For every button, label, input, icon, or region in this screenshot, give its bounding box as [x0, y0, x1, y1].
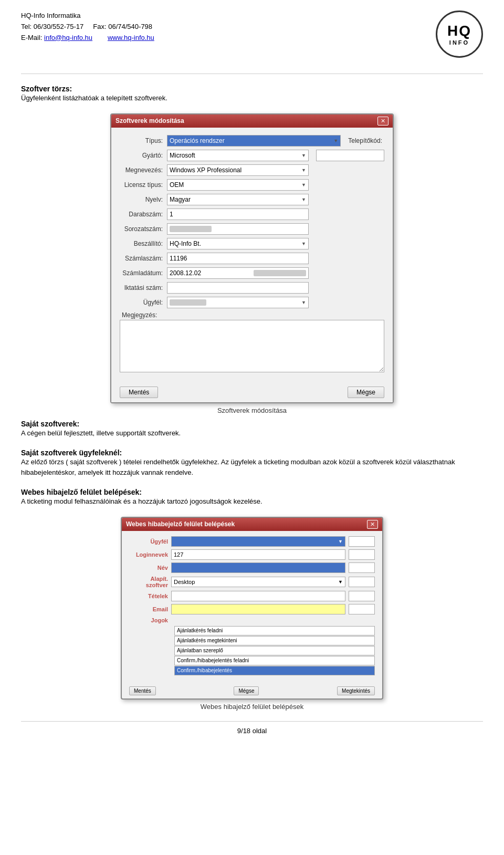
page-header: HQ-Info Informatika Tel: 06/30/552-75-17… [21, 11, 483, 58]
d2-loginnevek-right[interactable] [349, 549, 375, 560]
d2-nev-field[interactable] [171, 562, 345, 573]
d2-ugyfel-row: Ügyfél ▼ [129, 536, 375, 547]
megjegyzes-textarea[interactable] [120, 320, 384, 372]
ugyfel-dropdown-arrow: ▼ [301, 300, 306, 305]
sorozatszam-row: Sorozatszám: [120, 223, 384, 235]
darabszam-label: Darabszám: [120, 211, 167, 218]
dialog1-caption: Szoftverek módosítása [217, 406, 287, 414]
d2-tetelek-row: Tételek [129, 591, 375, 601]
email-website: E-Mail: info@hq-info.hu www.hq-info.hu [21, 33, 154, 44]
d2-email-right[interactable] [349, 604, 375, 614]
d2-nev-right[interactable] [349, 562, 375, 573]
szamladatum-label: Számladátum: [120, 269, 167, 277]
sorozatszam-field[interactable] [167, 223, 309, 235]
darabszam-field[interactable]: 1 [167, 208, 309, 220]
section2-text: A cégen belül fejlesztett, illetve suppo… [21, 428, 483, 439]
d2-tetelek-field[interactable] [171, 591, 345, 601]
nyelv-dropdown-arrow: ▼ [301, 197, 306, 202]
nyelv-field[interactable]: Magyar ▼ [167, 194, 309, 205]
szamlaszam-row: Számlaszám: 11196 [120, 253, 384, 264]
sorozatszam-blurred [170, 226, 212, 232]
dialog1-body: Típus: Operációs rendszer ▼ Telepítőkód:… [111, 128, 393, 382]
ugyfel-label: Ügyfél: [120, 299, 167, 306]
megnevezes-field[interactable]: Windows XP Professional ▼ [167, 164, 309, 176]
section3-title: Saját szoftverek ügyfeleknél: [21, 449, 122, 457]
d2-alapszoftver-label: Alapít. szoftver [129, 576, 171, 588]
iktatasi-row: Iktatási szám: [120, 282, 384, 294]
d2-nev-label: Név [129, 565, 171, 571]
d2-ugyfel-right[interactable] [349, 536, 375, 547]
telepitokod-field[interactable] [316, 150, 384, 161]
iktatasi-field[interactable] [167, 282, 309, 294]
section-webes-hibajelezo: Webes hibajelző felület belépések: A tic… [21, 488, 483, 507]
d2-ugyfel-field[interactable]: ▼ [171, 536, 345, 547]
d2-alapszoftver-row: Alapít. szoftver Desktop ▼ [129, 576, 375, 588]
dialog2-close-button[interactable]: ✕ [367, 520, 378, 529]
d2-loginnevek-label: Loginnevek [129, 551, 171, 558]
dialog2-body: Ügyfél ▼ Loginnevek 127 Név [122, 531, 382, 683]
dialog2-container: Webes hibabejelző felület belépések ✕ Üg… [21, 517, 483, 711]
dialog2-mentés-button[interactable]: Mentés [129, 686, 156, 695]
section-szoftver-torzs: Szoftver törzs: Ügyfelenként listázhatóa… [21, 85, 483, 104]
d2-list-item-5[interactable]: Confirm./hibabejelentés [174, 666, 375, 675]
szamladatum-field[interactable]: 2008.12.02 [167, 267, 309, 279]
dialog2-caption: Webes hibajelző felület belépések [201, 703, 303, 711]
section1-subtitle: Ügyfelenként listázhatóak a telepített s… [21, 93, 483, 104]
licensz-dropdown-arrow: ▼ [301, 182, 306, 187]
gyarto-field[interactable]: Microsoft ▼ [167, 150, 309, 161]
beszallito-field[interactable]: HQ-Info Bt. ▼ [167, 238, 309, 249]
beszallito-label: Beszállító: [120, 240, 167, 247]
company-name: HQ-Info Informatika [21, 11, 154, 22]
megnevezes-row: Megnevezés: Windows XP Professional ▼ [120, 164, 384, 176]
d2-loginnevek-row: Loginnevek 127 [129, 549, 375, 560]
d2-alapszoftver-field[interactable]: Desktop ▼ [171, 577, 345, 587]
dialog1-container: Szoftverek módosítása ✕ Típus: Operációs… [21, 113, 483, 414]
dialog1-close-button[interactable]: ✕ [377, 117, 388, 126]
d2-ugyfel-value [174, 538, 175, 545]
d2-nev-row: Név [129, 562, 375, 573]
d2-list-item-4[interactable]: Confirm./hibabejelentés feladni [174, 656, 375, 665]
beszallito-row: Beszállító: HQ-Info Bt. ▼ [120, 238, 384, 249]
website-link[interactable]: www.hq-info.hu [108, 34, 154, 41]
d2-list-area: Ajánlatkérés feladni Ajánlatkérés megtek… [174, 626, 375, 675]
szoftverek-modositasa-dialog: Szoftverek módosítása ✕ Típus: Operációs… [110, 113, 394, 403]
gyarto-row: Gyártó: Microsoft ▼ [120, 150, 384, 161]
licensz-field[interactable]: OEM ▼ [167, 179, 309, 191]
beszallito-dropdown-arrow: ▼ [301, 241, 306, 246]
dialog1-save-button[interactable]: Mentés [120, 387, 158, 398]
gyarto-label: Gyártó: [120, 152, 167, 159]
d2-tetelek-right[interactable] [349, 591, 375, 601]
section2-title: Saját szoftverek: [21, 420, 79, 428]
dialog2-footer: Mentés Mégse Megtekintés [122, 683, 382, 698]
d2-alapszoftver-right[interactable] [349, 577, 375, 587]
szamlaszam-field[interactable]: 11196 [167, 253, 309, 264]
iktatasi-label: Iktatási szám: [120, 284, 167, 291]
dialog1-footer: Mentés Mégse [111, 382, 393, 402]
nyelv-label: Nyelv: [120, 196, 167, 203]
dialog1-cancel-button[interactable]: Mégse [348, 387, 384, 398]
d2-loginnevek-field[interactable]: 127 [171, 549, 345, 560]
email-link[interactable]: info@hq-info.hu [44, 34, 92, 41]
dialog2-titlebar: Webes hibabejelző felület belépések ✕ [122, 518, 382, 531]
dialog2-mégse-button[interactable]: Mégse [234, 686, 259, 695]
darabszam-row: Darabszám: 1 [120, 208, 384, 220]
szamladatum-blurred [254, 270, 306, 276]
webes-hibajelezo-dialog: Webes hibabejelző felület belépések ✕ Üg… [121, 517, 383, 700]
szamlaszam-label: Számlaszám: [120, 255, 167, 262]
ugyfel-field[interactable]: ▼ [167, 297, 309, 308]
licensz-row: Licensz típus: OEM ▼ [120, 179, 384, 191]
section1-title: Szoftver törzs: [21, 85, 483, 93]
dialog2-megtekint-button[interactable]: Megtekintés [337, 686, 375, 695]
d2-email-field[interactable] [171, 604, 345, 614]
nyelv-row: Nyelv: Magyar ▼ [120, 194, 384, 205]
section3-text: Az előző törzs ( saját szoftverek ) téte… [21, 457, 483, 479]
tipus-field[interactable]: Operációs rendszer ▼ [167, 135, 341, 147]
d2-list-item-1[interactable]: Ajánlatkérés feladni [174, 626, 375, 635]
megnevezes-label: Megnevezés: [120, 166, 167, 174]
d2-list-item-2[interactable]: Ajánlatkérés megtekinteni [174, 636, 375, 645]
megnevezes-dropdown-arrow: ▼ [301, 168, 306, 173]
ugyfel-row: Ügyfél: ▼ [120, 297, 384, 308]
dialog1-title: Szoftverek módosítása [116, 117, 184, 124]
d2-list-item-3[interactable]: Ajánlatban szereplő [174, 646, 375, 655]
section4-text: A ticketing modul felhasználóinak és a h… [21, 496, 483, 507]
